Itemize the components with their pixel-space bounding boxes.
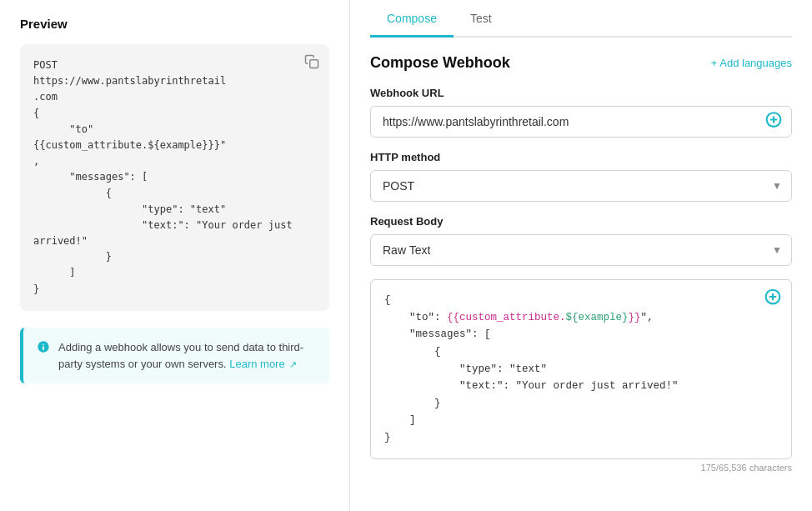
right-panel: Compose Test Compose Webhook + Add langu…	[350, 0, 812, 511]
tabs: Compose Test	[370, 0, 792, 38]
info-icon	[37, 340, 50, 357]
external-link-icon: ↗	[289, 359, 297, 369]
tab-compose[interactable]: Compose	[370, 0, 454, 38]
json-line-9: }	[384, 429, 778, 447]
request-body-select[interactable]: Raw Text JSON Form URL Encoded	[370, 234, 792, 266]
preview-title: Preview	[20, 17, 329, 31]
char-count: 175/65,536 characters	[370, 463, 792, 473]
copy-icon[interactable]	[304, 54, 319, 78]
left-panel: Preview POST https://www.pantslabyrinthr…	[0, 0, 350, 511]
section-header: Compose Webhook + Add languages	[370, 54, 792, 72]
http-method-label: HTTP method	[370, 151, 792, 163]
json-line-7: }	[384, 395, 778, 413]
add-languages-button[interactable]: + Add languages	[711, 57, 792, 69]
webhook-url-wrapper	[370, 106, 792, 138]
json-line-3: "messages": [	[384, 326, 778, 343]
svg-rect-0	[310, 60, 318, 68]
http-method-select[interactable]: POST GET PUT PATCH DELETE	[370, 170, 792, 202]
code-block: POST https://www.pantslabyrinthretail .c…	[20, 44, 329, 311]
section-title: Compose Webhook	[370, 54, 510, 72]
tab-test[interactable]: Test	[454, 0, 509, 38]
info-box: Adding a webhook allows you to send data…	[20, 328, 329, 383]
json-line-1: {	[384, 292, 778, 309]
request-body-wrapper: Raw Text JSON Form URL Encoded ▼	[370, 234, 792, 266]
webhook-url-plus-icon[interactable]	[765, 112, 782, 133]
webhook-url-label: Webhook URL	[370, 87, 792, 99]
http-method-wrapper: POST GET PUT PATCH DELETE ▼	[370, 170, 792, 202]
json-plus-icon[interactable]	[764, 288, 781, 314]
json-editor[interactable]: { "to": {{custom_attribute.${example}}}"…	[370, 279, 792, 459]
json-line-2: "to": {{custom_attribute.${example}}}",	[384, 309, 778, 327]
json-line-6: "text:": "Your order just arrived!"	[384, 378, 778, 395]
json-line-5: "type": "text"	[384, 361, 778, 378]
json-line-4: {	[384, 343, 778, 361]
webhook-url-input[interactable]	[370, 106, 792, 138]
code-preview: POST https://www.pantslabyrinthretail .c…	[33, 58, 316, 298]
request-body-label: Request Body	[370, 215, 792, 228]
json-line-8: ]	[384, 412, 778, 429]
learn-more-link[interactable]: Learn more	[229, 358, 284, 370]
info-text: Adding a webhook allows you to send data…	[58, 339, 316, 372]
